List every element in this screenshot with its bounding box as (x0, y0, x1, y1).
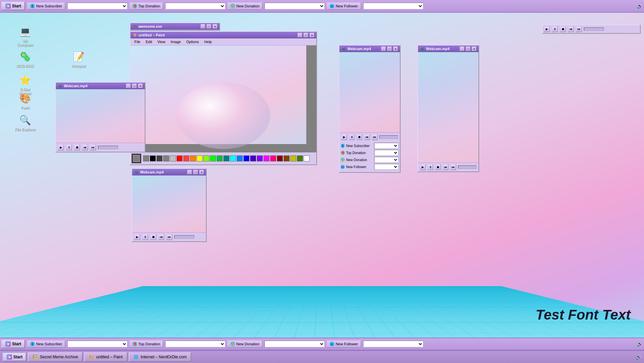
webcam2-play[interactable]: ▶ (134, 234, 140, 240)
webcam1-next[interactable]: ⏭ (90, 144, 96, 150)
paint-titlebar[interactable]: 🎨 untitled – Paint _ □ × (130, 32, 316, 38)
webcam4-play[interactable]: ▶ (420, 164, 426, 170)
speaker-icon-bottom[interactable]: 🔊 (637, 341, 643, 347)
webcam2-titlebar[interactable]: 📹 Webcam.mp4 _ □ × (132, 169, 206, 175)
taskbar-top-donation-top[interactable]: 🎁 Top Donation (129, 2, 163, 10)
top-donation-dropdown-bottom[interactable] (165, 341, 225, 347)
taskbar-new-donation-bottom[interactable]: 💰 New Donation (227, 340, 262, 348)
paint-selected-color[interactable] (132, 154, 141, 163)
webcam4-slider[interactable] (458, 165, 476, 169)
awesome-titlebar[interactable]: 🎮 awesome.exe _ □ × (130, 23, 219, 30)
taskbar-app-paint[interactable]: 🎨 untitled – Paint (84, 352, 127, 362)
paint-color-19[interactable] (270, 155, 276, 161)
webcam2-slider[interactable] (174, 235, 194, 239)
webcam3-minimize[interactable]: _ (381, 46, 386, 51)
paint-color-15[interactable] (243, 155, 249, 161)
start-button-top[interactable]: ⊞ Start (1, 2, 25, 10)
paint-color-18[interactable] (263, 155, 270, 161)
paint-color-11[interactable] (217, 155, 223, 161)
desktop-icon-fileexplorer[interactable]: 🔍 File Explorer (13, 112, 37, 133)
new-follower-dropdown-top[interactable] (363, 3, 423, 9)
webcam3-titlebar[interactable]: 📹 Webcam.mp4 _ □ × (339, 45, 400, 52)
webcam1-pause[interactable]: ⏸ (66, 144, 72, 150)
new-follower-dropdown-bottom[interactable] (363, 341, 423, 347)
paint-color-16[interactable] (250, 155, 256, 161)
desktop-icon-paint[interactable]: 🎨 Paint (13, 90, 37, 111)
webcam4-maximize[interactable]: □ (466, 46, 470, 51)
webcam4-prev[interactable]: ⏮ (443, 164, 448, 170)
taskbar-top-donation-bottom[interactable]: 🎁 Top Donation (129, 340, 163, 348)
webcam4-minimize[interactable]: _ (460, 46, 464, 51)
webcam1-prev[interactable]: ⏮ (82, 144, 88, 150)
obs-top-pause[interactable]: ⏸ (552, 26, 558, 32)
paint-color-4[interactable] (170, 155, 176, 161)
paint-color-13[interactable] (230, 155, 236, 161)
paint-color-6[interactable] (183, 155, 189, 161)
webcam1-maximize[interactable]: □ (132, 84, 137, 88)
paint-minimize[interactable]: _ (298, 33, 302, 37)
paint-menu-file[interactable]: File (132, 39, 143, 44)
obs-top-play[interactable]: ▶ (544, 26, 550, 32)
webcam4-close[interactable]: × (472, 46, 476, 51)
webcam1-stop[interactable]: ⏹ (74, 144, 80, 150)
taskbar-new-follower-bottom[interactable]: 👥 New Follower (327, 340, 361, 348)
new-donation-dropdown-bottom[interactable] (264, 341, 325, 347)
paint-color-0[interactable] (143, 155, 149, 161)
obs-newdonation-select[interactable] (374, 157, 399, 163)
speaker-icon-vbottom[interactable]: 🔊 (636, 354, 641, 360)
paint-menu-edit[interactable]: Edit (143, 39, 155, 44)
webcam4-stop[interactable]: ⏹ (435, 164, 441, 170)
paint-color-9[interactable] (203, 155, 209, 161)
obs-top-next[interactable]: ⏭ (576, 26, 582, 32)
webcam4-titlebar[interactable]: 📹 Webcam.mp4 _ □ × (418, 45, 478, 52)
webcam3-pause[interactable]: ⏸ (349, 134, 355, 140)
webcam3-close[interactable]: × (393, 46, 398, 51)
paint-color-2[interactable] (156, 155, 163, 161)
subscriber-dropdown-bottom[interactable] (67, 341, 127, 347)
obs-subscriber-select[interactable] (374, 143, 399, 149)
start-button-vbottom[interactable]: ⊞ Start (3, 353, 26, 361)
paint-color-5[interactable] (177, 155, 183, 161)
paint-color-21[interactable] (284, 155, 290, 161)
paint-color-23[interactable] (297, 155, 303, 161)
webcam1-play[interactable]: ▶ (58, 144, 64, 150)
paint-color-14[interactable] (237, 155, 243, 161)
webcam2-close[interactable]: × (199, 170, 204, 174)
webcam4-next[interactable]: ⏭ (450, 164, 456, 170)
paint-color-8[interactable] (197, 155, 203, 161)
webcam1-slider[interactable] (98, 146, 118, 149)
obs-newfollower-select[interactable] (374, 164, 399, 170)
webcam2-next[interactable]: ⏭ (166, 234, 172, 240)
paint-color-22[interactable] (290, 155, 296, 161)
webcam2-stop[interactable]: ⏹ (150, 234, 156, 240)
webcam2-minimize[interactable]: _ (187, 170, 192, 174)
paint-maximize[interactable]: □ (304, 33, 308, 37)
paint-menu-options[interactable]: Options (184, 39, 202, 44)
paint-color-17[interactable] (257, 155, 263, 161)
speaker-icon-top[interactable]: 🔊 (637, 3, 643, 9)
paint-color-12[interactable] (223, 155, 229, 161)
webcam1-titlebar[interactable]: 📹 Webcam.mp4 _ □ × (56, 83, 145, 89)
start-button-bottom[interactable]: ⊞ Start (1, 340, 25, 348)
taskbar-new-subscriber-bottom[interactable]: 👤 New Subscriber (27, 340, 65, 348)
obs-topdonation-select[interactable] (374, 150, 399, 156)
awesome-minimize[interactable]: _ (201, 24, 205, 29)
webcam1-close[interactable]: × (138, 84, 143, 88)
awesome-maximize[interactable]: □ (207, 24, 211, 29)
paint-color-white[interactable] (304, 155, 310, 161)
paint-canvas[interactable] (130, 45, 316, 152)
webcam3-play[interactable]: ▶ (341, 134, 347, 140)
taskbar-new-subscriber-top[interactable]: 👤 New Subscriber (27, 2, 65, 10)
paint-menu-help[interactable]: Help (202, 39, 215, 44)
webcam2-pause[interactable]: ⏸ (142, 234, 148, 240)
top-donation-dropdown-top[interactable] (165, 3, 225, 9)
subscriber-dropdown-top[interactable] (67, 3, 127, 9)
webcam3-stop[interactable]: ⏹ (356, 134, 362, 140)
webcam3-prev[interactable]: ⏮ (364, 134, 370, 140)
paint-color-1[interactable] (150, 155, 156, 161)
paint-color-20[interactable] (277, 155, 283, 161)
paint-color-7[interactable] (190, 155, 196, 161)
webcam1-minimize[interactable]: _ (126, 84, 131, 88)
webcam3-next[interactable]: ⏭ (372, 134, 378, 140)
paint-color-3[interactable] (163, 155, 169, 161)
